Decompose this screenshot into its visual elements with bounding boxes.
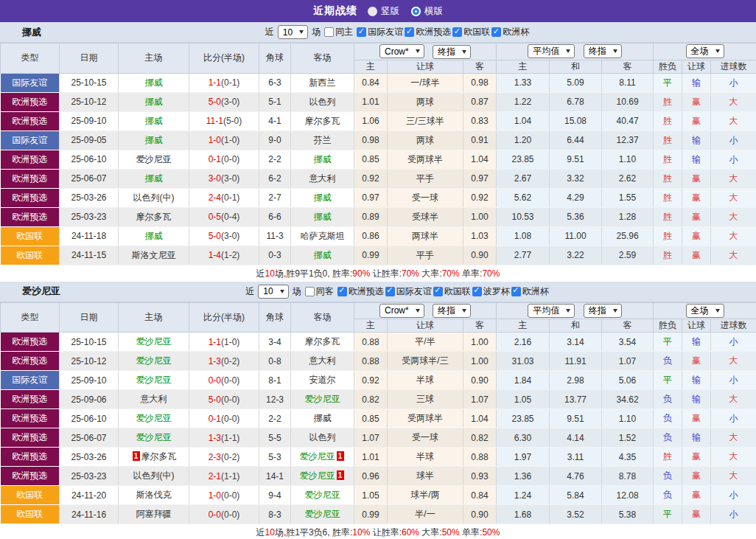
competition-filter[interactable]: 欧洲杯 (511, 285, 549, 298)
checkbox-checked-icon[interactable] (511, 287, 521, 296)
layout-radio[interactable]: 竖版 (368, 5, 399, 18)
away-team-name[interactable]: 摩尔多瓦 (305, 336, 340, 347)
avg-final-select[interactable]: 终指 (584, 44, 622, 58)
away-team-name[interactable]: 挪威 (314, 154, 332, 164)
home-team-name[interactable]: 挪威 (145, 231, 163, 241)
competition-filter[interactable]: 欧洲预选 (405, 26, 451, 38)
home-team-name[interactable]: 摩尔多瓦 (136, 212, 172, 222)
scope-select[interactable]: 全场 (686, 44, 724, 58)
home-team-name[interactable]: 挪威 (145, 97, 163, 107)
same-venue-filter[interactable]: 同客 (305, 285, 334, 298)
checkbox-checked-icon[interactable] (405, 27, 414, 37)
away-team-name[interactable]: 芬兰 (314, 135, 332, 145)
checkbox-checked-icon[interactable] (337, 287, 347, 296)
checkbox-checked-icon[interactable] (385, 287, 395, 296)
radio-unselected-icon[interactable] (411, 7, 421, 16)
odds-source-select[interactable]: Crow* (379, 304, 424, 318)
away-team-name[interactable]: 以色列 (309, 432, 336, 442)
full-time-score[interactable]: 1-1 (209, 77, 221, 88)
full-time-score[interactable]: 1-3 (209, 433, 221, 443)
avg-final-select[interactable]: 终指 (584, 304, 622, 318)
home-team-name[interactable]: 挪威 (145, 77, 163, 88)
odds-source-select[interactable]: Crow* (379, 44, 424, 58)
full-time-score[interactable]: 2-3 (209, 452, 221, 462)
full-time-score[interactable]: 0-1 (209, 414, 221, 424)
away-team-name[interactable]: 爱沙尼亚 (300, 451, 335, 462)
away-team-name[interactable]: 以色列 (309, 97, 336, 107)
full-time-score[interactable]: 2-1 (209, 471, 221, 481)
home-team-name[interactable]: 爱沙尼亚 (136, 336, 172, 347)
home-team-name[interactable]: 以色列(中) (133, 470, 175, 481)
full-time-score[interactable]: 1-0 (209, 135, 221, 145)
full-time-score[interactable]: 1-1 (209, 337, 221, 347)
away-team-name[interactable]: 爱沙尼亚 (305, 509, 340, 519)
competition-filter[interactable]: 欧洲预选 (337, 285, 384, 298)
full-time-score[interactable]: 0-5 (209, 212, 221, 222)
home-team-name[interactable]: 意大利 (141, 394, 167, 404)
match-count-select[interactable]: 10 (278, 25, 308, 39)
checkbox-checked-icon[interactable] (357, 27, 366, 37)
away-team-name[interactable]: 摩尔多瓦 (305, 116, 340, 126)
scope-select[interactable]: 全场 (686, 304, 724, 318)
home-team-name[interactable]: 爱沙尼亚 (136, 154, 172, 164)
full-time-score[interactable]: 3-0 (209, 173, 221, 184)
home-team-name[interactable]: 摩尔多瓦 (141, 451, 177, 462)
away-team-name[interactable]: 哈萨克斯坦 (301, 231, 345, 241)
away-team-name[interactable]: 爱沙尼亚 (305, 490, 340, 500)
home-team-name[interactable]: 挪威 (145, 116, 163, 126)
half-time-score: (0-2) (221, 356, 239, 366)
avg-type-select[interactable]: 平均值 (528, 304, 575, 318)
full-time-score[interactable]: 0-1 (209, 154, 221, 164)
away-team-name[interactable]: 爱沙尼亚 (300, 470, 335, 481)
full-time-score[interactable]: 11-1 (206, 116, 223, 126)
home-team-name[interactable]: 挪威 (145, 173, 163, 184)
home-team-name[interactable]: 以色列(中) (133, 192, 175, 203)
competition-filter[interactable]: 欧国联 (433, 285, 471, 298)
odds-final-select[interactable]: 终指 (433, 304, 471, 318)
competition-filter[interactable]: 欧洲杯 (491, 26, 529, 38)
avg-type-select[interactable]: 平均值 (528, 44, 575, 58)
away-team-name[interactable]: 新西兰 (309, 77, 336, 88)
away-team-name[interactable]: 爱沙尼亚 (305, 394, 340, 404)
avg-away: 1.10 (602, 150, 654, 169)
odds-final-select[interactable]: 终指 (433, 45, 471, 59)
away-team-name[interactable]: 意大利 (309, 173, 336, 184)
away-team-name[interactable]: 挪威 (314, 212, 332, 222)
competition-filter[interactable]: 国际友谊 (357, 26, 403, 38)
checkbox-checked-icon[interactable] (433, 287, 443, 296)
competition-filter[interactable]: 国际友谊 (385, 285, 432, 298)
full-time-score[interactable]: 2-4 (209, 192, 221, 203)
away-team-name[interactable]: 挪威 (314, 192, 332, 203)
full-time-score[interactable]: 1-0 (209, 490, 221, 501)
full-time-score[interactable]: 5-0 (209, 231, 221, 241)
match-count-select[interactable]: 10 (258, 285, 288, 299)
checkbox-checked-icon[interactable] (472, 287, 482, 296)
home-team-name[interactable]: 阿塞拜疆 (136, 509, 172, 519)
radio-selected-icon[interactable] (368, 7, 377, 16)
home-team-name[interactable]: 挪威 (145, 135, 163, 145)
home-team-name[interactable]: 斯洛文尼亚 (132, 250, 176, 260)
same-venue-filter[interactable]: 同主 (324, 26, 353, 38)
full-time-score[interactable]: 5-0 (209, 97, 221, 107)
full-time-score[interactable]: 0-0 (209, 375, 221, 386)
competition-filter[interactable]: 欧国联 (452, 26, 490, 38)
competition-filter[interactable]: 波罗杯 (472, 285, 510, 298)
away-team-name[interactable]: 意大利 (309, 355, 336, 366)
layout-radio[interactable]: 横版 (411, 5, 443, 18)
same-venue-checkbox[interactable] (305, 287, 315, 296)
home-team-name[interactable]: 爱沙尼亚 (136, 375, 172, 385)
full-time-score[interactable]: 1-4 (209, 250, 221, 260)
away-team-name[interactable]: 安道尔 (309, 375, 336, 385)
full-time-score[interactable]: 5-0 (209, 394, 221, 405)
full-time-score[interactable]: 0-0 (209, 510, 221, 520)
checkbox-checked-icon[interactable] (452, 27, 462, 37)
full-time-score[interactable]: 1-3 (209, 356, 221, 366)
home-team-name[interactable]: 爱沙尼亚 (136, 432, 172, 442)
same-venue-checkbox[interactable] (324, 27, 334, 37)
away-team-name[interactable]: 挪威 (314, 250, 332, 260)
home-team-name[interactable]: 爱沙尼亚 (136, 355, 172, 366)
home-team-name[interactable]: 爱沙尼亚 (136, 413, 172, 423)
away-team-name[interactable]: 挪威 (314, 413, 332, 423)
checkbox-checked-icon[interactable] (491, 27, 501, 37)
home-team-name[interactable]: 斯洛伐克 (136, 490, 172, 500)
